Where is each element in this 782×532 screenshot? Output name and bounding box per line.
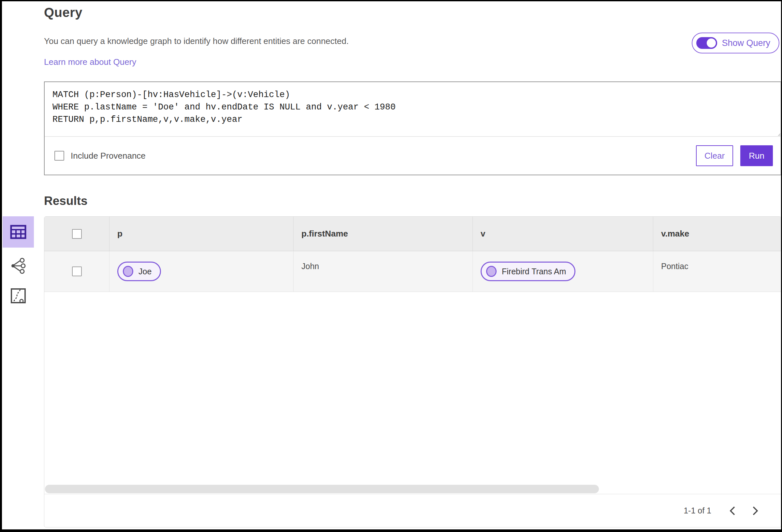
toggle-on-icon — [696, 37, 717, 49]
column-header-firstname: p.firstName — [293, 217, 473, 251]
page-description: You can query a knowledge graph to ident… — [44, 36, 781, 46]
chevron-left-icon — [728, 506, 737, 516]
table-empty-area — [44, 292, 781, 484]
learn-more-link[interactable]: Learn more about Query — [44, 57, 136, 67]
map-icon — [10, 288, 26, 304]
page-title: Query — [44, 1, 781, 20]
row-checkbox-cell — [44, 251, 109, 292]
previous-page-button[interactable] — [721, 501, 744, 521]
cell-make: Pontiac — [653, 251, 781, 292]
entity-node-icon — [486, 266, 497, 277]
cell-v: Firebird Trans Am — [473, 251, 653, 292]
show-query-label: Show Query — [722, 38, 770, 48]
results-table-card: p p.firstName v v.make Joe John — [44, 216, 781, 527]
person-entity-chip[interactable]: Joe — [117, 261, 161, 281]
network-view-button[interactable] — [8, 256, 28, 276]
table-view-button[interactable] — [3, 216, 34, 248]
include-provenance-label: Include Provenance — [71, 151, 146, 161]
next-page-button[interactable] — [744, 501, 767, 521]
entity-node-icon — [123, 266, 133, 277]
table-row: Joe John Firebird Trans Am Pontiac — [44, 251, 781, 292]
column-header-p: p — [109, 217, 293, 251]
chevron-right-icon — [751, 506, 759, 516]
query-panel-footer: Include Provenance Clear Run — [45, 136, 781, 175]
run-button[interactable]: Run — [740, 145, 773, 166]
horizontal-scrollbar — [44, 484, 781, 494]
row-checkbox[interactable] — [72, 267, 82, 276]
include-provenance-checkbox[interactable] — [55, 151, 64, 161]
column-header-v: v — [473, 217, 653, 251]
table-header-row: p p.firstName v v.make — [44, 217, 781, 251]
pagination-bar: 1-1 of 1 — [44, 494, 781, 527]
pagination-range-label: 1-1 of 1 — [684, 506, 711, 516]
query-panel: MATCH (p:Person)-[hv:HasVehicle]->(v:Veh… — [44, 81, 781, 175]
vehicle-entity-chip[interactable]: Firebird Trans Am — [481, 261, 575, 281]
header-checkbox-cell — [44, 217, 109, 251]
results-heading: Results — [44, 194, 781, 208]
query-page: Query You can query a knowledge graph to… — [2, 1, 781, 529]
map-view-button[interactable] — [8, 286, 28, 306]
cell-firstname: John — [293, 251, 473, 292]
horizontal-scrollbar-thumb[interactable] — [45, 485, 599, 493]
table-icon — [10, 225, 26, 239]
column-header-make: v.make — [653, 217, 781, 251]
results-view-switcher — [3, 216, 34, 306]
cell-p: Joe — [109, 251, 293, 292]
network-icon — [10, 257, 27, 274]
show-query-toggle[interactable]: Show Query — [692, 33, 779, 54]
clear-button[interactable]: Clear — [696, 145, 733, 166]
query-editor[interactable]: MATCH (p:Person)-[hv:HasVehicle]->(v:Veh… — [45, 82, 781, 136]
select-all-checkbox[interactable] — [72, 229, 82, 239]
